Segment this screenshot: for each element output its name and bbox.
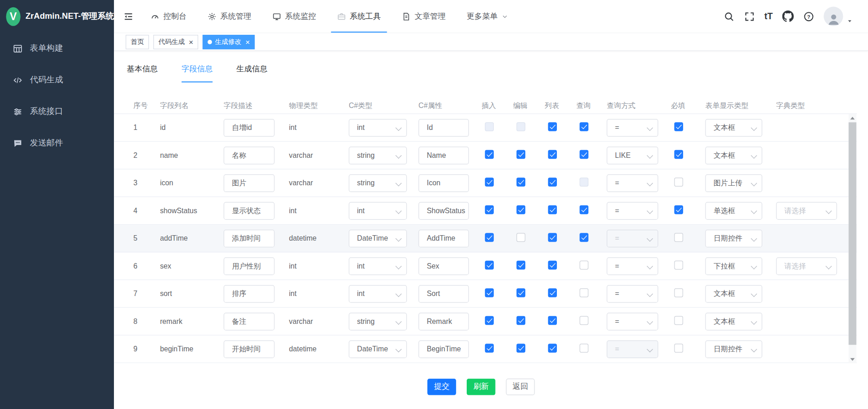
tag-0[interactable]: 首页 xyxy=(126,35,149,49)
list-checkbox[interactable] xyxy=(548,288,557,297)
sidebar-item-form-build[interactable]: 表单构建 xyxy=(0,32,114,64)
field-description-input[interactable] xyxy=(224,257,275,275)
github-icon[interactable] xyxy=(782,11,793,22)
csharp-type-select[interactable]: int xyxy=(349,119,407,137)
insert-checkbox[interactable] xyxy=(485,316,494,325)
sidebar-item-send-mail[interactable]: 发送邮件 xyxy=(0,127,114,159)
query-checkbox[interactable] xyxy=(580,261,588,269)
field-description-input[interactable] xyxy=(224,202,275,220)
display-type-select[interactable]: 图片上传 xyxy=(705,174,762,192)
query-method-select[interactable]: = xyxy=(607,119,658,137)
field-description-input[interactable] xyxy=(224,312,275,330)
insert-checkbox[interactable] xyxy=(485,122,494,131)
dict-type-select[interactable]: 请选择 xyxy=(776,202,837,220)
menu-fold-icon[interactable] xyxy=(123,11,134,22)
query-checkbox[interactable] xyxy=(580,316,588,325)
fullscreen-icon[interactable] xyxy=(744,11,755,22)
tag-1[interactable]: 代码生成 × xyxy=(153,35,198,49)
insert-checkbox[interactable] xyxy=(485,288,494,297)
close-icon[interactable]: × xyxy=(189,38,194,46)
required-checkbox[interactable] xyxy=(674,233,683,242)
csharp-property-input[interactable] xyxy=(419,174,469,192)
query-method-select[interactable]: = xyxy=(607,174,658,192)
nav-item-console[interactable]: 控制台 xyxy=(151,0,197,32)
query-method-select[interactable]: = xyxy=(607,340,658,358)
field-description-input[interactable] xyxy=(224,229,275,247)
csharp-property-input[interactable] xyxy=(419,229,469,247)
close-icon[interactable]: × xyxy=(245,38,250,46)
dict-type-select[interactable]: 请选择 xyxy=(776,257,837,275)
edit-checkbox[interactable] xyxy=(517,233,525,242)
query-method-select[interactable]: LIKE xyxy=(607,146,658,164)
csharp-property-input[interactable] xyxy=(419,285,469,302)
field-description-input[interactable] xyxy=(224,119,275,137)
query-method-select[interactable]: = xyxy=(607,257,658,275)
nav-item-system-manage[interactable]: 系统管理 xyxy=(197,0,262,32)
csharp-type-select[interactable]: DateTime xyxy=(349,229,407,247)
edit-checkbox[interactable] xyxy=(517,178,525,186)
form-tab-2[interactable]: 生成信息 xyxy=(237,64,268,82)
help-icon[interactable]: ? xyxy=(803,11,814,22)
list-checkbox[interactable] xyxy=(548,261,557,269)
csharp-type-select[interactable]: int xyxy=(349,202,407,220)
list-checkbox[interactable] xyxy=(548,178,557,186)
edit-checkbox[interactable] xyxy=(517,344,525,352)
query-checkbox[interactable] xyxy=(580,344,588,352)
query-method-select[interactable]: = xyxy=(607,312,658,330)
edit-checkbox[interactable] xyxy=(517,205,525,214)
fontsize-icon[interactable]: tT xyxy=(765,11,773,22)
display-type-select[interactable]: 文本框 xyxy=(705,119,762,137)
submit-button[interactable]: 提交 xyxy=(427,379,456,395)
app-logo[interactable]: V ZrAdmin.NET-管理系统 xyxy=(0,0,114,32)
edit-checkbox[interactable] xyxy=(517,316,525,325)
query-checkbox[interactable] xyxy=(580,205,588,214)
display-type-select[interactable]: 文本框 xyxy=(705,146,762,164)
required-checkbox[interactable] xyxy=(674,316,683,325)
csharp-type-select[interactable]: string xyxy=(349,312,407,330)
insert-checkbox[interactable] xyxy=(485,178,494,186)
csharp-property-input[interactable] xyxy=(419,146,469,164)
table-scrollbar[interactable] xyxy=(849,114,857,363)
list-checkbox[interactable] xyxy=(548,233,557,242)
insert-checkbox[interactable] xyxy=(485,150,494,159)
insert-checkbox[interactable] xyxy=(485,344,494,352)
csharp-property-input[interactable] xyxy=(419,202,469,220)
required-checkbox[interactable] xyxy=(674,178,683,186)
csharp-type-select[interactable]: string xyxy=(349,174,407,192)
csharp-type-select[interactable]: int xyxy=(349,257,407,275)
tag-2[interactable]: 生成修改 × xyxy=(203,35,255,49)
csharp-type-select[interactable]: string xyxy=(349,146,407,164)
edit-checkbox[interactable] xyxy=(517,288,525,297)
edit-checkbox[interactable] xyxy=(517,122,525,131)
avatar[interactable] xyxy=(824,7,843,26)
required-checkbox[interactable] xyxy=(674,344,683,352)
csharp-property-input[interactable] xyxy=(419,257,469,275)
scrollbar-up-button[interactable] xyxy=(849,114,857,122)
required-checkbox[interactable] xyxy=(674,122,683,131)
display-type-select[interactable]: 日期控件 xyxy=(705,340,762,358)
nav-item-system-tools[interactable]: 系统工具 xyxy=(327,0,392,32)
query-checkbox[interactable] xyxy=(580,233,588,242)
csharp-property-input[interactable] xyxy=(419,340,469,358)
query-checkbox[interactable] xyxy=(580,178,588,186)
field-description-input[interactable] xyxy=(224,146,275,164)
refresh-button[interactable]: 刷新 xyxy=(467,379,496,395)
search-icon[interactable] xyxy=(723,11,734,22)
edit-checkbox[interactable] xyxy=(517,150,525,159)
sidebar-item-system-api[interactable]: 系统接口 xyxy=(0,96,114,127)
query-method-select[interactable]: = xyxy=(607,285,658,302)
insert-checkbox[interactable] xyxy=(485,205,494,214)
list-checkbox[interactable] xyxy=(548,205,557,214)
csharp-type-select[interactable]: DateTime xyxy=(349,340,407,358)
nav-item-more-menu[interactable]: 更多菜单 xyxy=(456,0,519,32)
required-checkbox[interactable] xyxy=(674,261,683,269)
field-description-input[interactable] xyxy=(224,174,275,192)
list-checkbox[interactable] xyxy=(548,316,557,325)
field-description-input[interactable] xyxy=(224,285,275,302)
required-checkbox[interactable] xyxy=(674,150,683,159)
scrollbar-thumb[interactable] xyxy=(849,122,857,344)
edit-checkbox[interactable] xyxy=(517,261,525,269)
query-checkbox[interactable] xyxy=(580,122,588,131)
csharp-property-input[interactable] xyxy=(419,312,469,330)
nav-item-system-monitor[interactable]: 系统监控 xyxy=(262,0,327,32)
